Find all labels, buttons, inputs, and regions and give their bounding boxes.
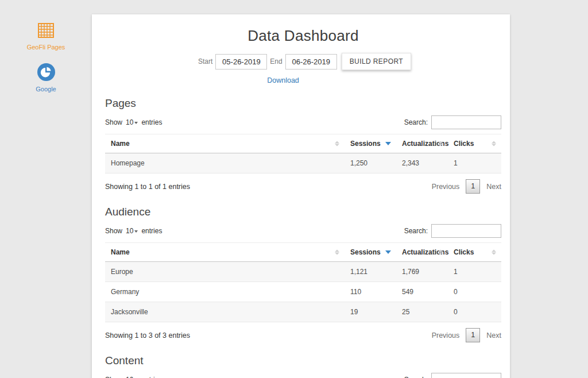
table-row[interactable]: Europe 1,121 1,769 1 bbox=[105, 262, 501, 282]
sort-icon bbox=[335, 141, 339, 146]
sidebar-item-label: GeoFli Pages bbox=[0, 44, 92, 51]
sidebar-item-geofli-pages[interactable]: GeoFli Pages bbox=[0, 22, 92, 51]
entries-select-content[interactable]: 10 bbox=[125, 375, 139, 378]
dashboard-card: Data Dashboard Start End BUILD REPORT Do… bbox=[92, 14, 510, 378]
build-report-button[interactable]: BUILD REPORT bbox=[342, 53, 411, 70]
end-label: End bbox=[270, 57, 282, 65]
sort-icon bbox=[438, 141, 443, 146]
show-entries-content: Show 10 entries bbox=[105, 375, 162, 378]
search-pages: Search: bbox=[404, 115, 501, 129]
previous-button[interactable]: Previous bbox=[432, 183, 460, 191]
show-entries-audience: Show 10 entries bbox=[105, 226, 162, 236]
pages-table: Name Sessions Actualizations Clicks Home… bbox=[105, 134, 501, 173]
show-entries-pages: Show 10 entries bbox=[105, 118, 162, 127]
chevron-down-icon bbox=[134, 122, 138, 124]
table-row[interactable]: Jacksonville 19 25 0 bbox=[105, 302, 501, 322]
entries-select-value: 10 bbox=[126, 376, 133, 378]
entries-select-audience[interactable]: 10 bbox=[125, 226, 139, 236]
column-header-name[interactable]: Name bbox=[105, 243, 345, 262]
download-link[interactable]: Download bbox=[267, 76, 299, 84]
table-info-audience: Showing 1 to 3 of 3 entries bbox=[105, 331, 190, 340]
show-label: Show bbox=[105, 376, 122, 378]
column-header-actualizations[interactable]: Actualizations bbox=[396, 243, 448, 262]
pie-chart-icon bbox=[37, 73, 55, 83]
next-button[interactable]: Next bbox=[486, 183, 501, 191]
entries-label: entries bbox=[141, 227, 162, 235]
search-label: Search: bbox=[404, 376, 428, 378]
column-header-sessions[interactable]: Sessions bbox=[345, 134, 396, 153]
table-info-pages: Showing 1 to 1 of 1 entries bbox=[105, 183, 190, 191]
pagination-audience: Previous 1 Next bbox=[432, 328, 501, 342]
table-row[interactable]: Germany 110 549 0 bbox=[105, 282, 501, 302]
search-input-audience[interactable] bbox=[431, 224, 501, 238]
column-header-clicks[interactable]: Clicks bbox=[448, 134, 501, 153]
table-header-row: Name Sessions Actualizations Clicks bbox=[105, 134, 501, 153]
section-title-pages: Pages bbox=[105, 97, 501, 110]
column-header-clicks[interactable]: Clicks bbox=[448, 243, 501, 262]
previous-button[interactable]: Previous bbox=[432, 331, 460, 340]
section-title-audience: Audience bbox=[105, 206, 501, 218]
page-1-button[interactable]: 1 bbox=[466, 179, 480, 194]
next-button[interactable]: Next bbox=[486, 331, 501, 340]
search-input-content[interactable] bbox=[431, 373, 501, 378]
table-header-row: Name Sessions Actualizations Clicks bbox=[105, 243, 501, 262]
column-header-sessions[interactable]: Sessions bbox=[345, 243, 396, 262]
search-input-pages[interactable] bbox=[431, 115, 501, 129]
search-label: Search: bbox=[404, 118, 428, 126]
pagination-pages: Previous 1 Next bbox=[432, 179, 501, 194]
search-audience: Search: bbox=[404, 224, 501, 238]
start-label: Start bbox=[198, 57, 212, 65]
show-label: Show bbox=[105, 227, 122, 235]
sort-icon bbox=[492, 141, 496, 146]
entries-select-value: 10 bbox=[126, 118, 133, 126]
grid-icon bbox=[37, 31, 55, 41]
section-title-content: Content bbox=[105, 354, 501, 367]
sidebar: GeoFli Pages Google bbox=[0, 0, 92, 378]
end-date-input[interactable] bbox=[285, 54, 337, 70]
show-label: Show bbox=[105, 118, 122, 126]
search-content: Search: bbox=[404, 373, 501, 378]
column-header-actualizations[interactable]: Actualizations bbox=[396, 134, 448, 153]
audience-table: Name Sessions Actualizations Clicks Euro… bbox=[105, 242, 501, 322]
entries-select-value: 10 bbox=[126, 227, 133, 235]
sort-icon bbox=[438, 250, 443, 255]
sidebar-item-label: Google bbox=[0, 86, 92, 92]
sidebar-item-google[interactable]: Google bbox=[0, 63, 92, 92]
sort-desc-icon bbox=[385, 142, 391, 145]
table-row[interactable]: Homepage 1,250 2,343 1 bbox=[105, 153, 501, 173]
sort-desc-icon bbox=[385, 250, 391, 254]
search-label: Search: bbox=[404, 227, 428, 235]
sort-icon bbox=[492, 250, 496, 255]
entries-label: entries bbox=[141, 118, 162, 126]
entries-select-pages[interactable]: 10 bbox=[125, 118, 139, 127]
chevron-down-icon bbox=[134, 230, 138, 233]
report-bar: Start End BUILD REPORT bbox=[105, 53, 501, 70]
entries-label: entries bbox=[141, 376, 162, 378]
start-date-input[interactable] bbox=[215, 54, 267, 70]
page-1-button[interactable]: 1 bbox=[466, 328, 480, 342]
page-title: Data Dashboard bbox=[105, 27, 501, 45]
column-header-name[interactable]: Name bbox=[105, 134, 345, 153]
sort-icon bbox=[335, 250, 339, 255]
